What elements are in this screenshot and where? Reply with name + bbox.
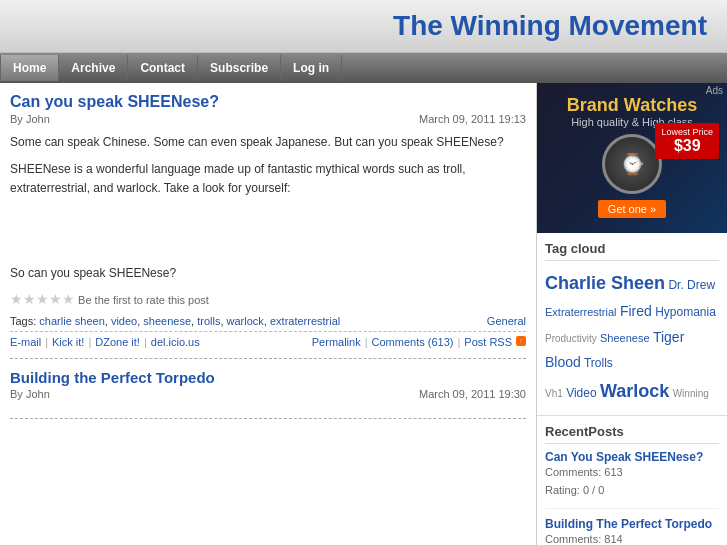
permalink-link[interactable]: Permalink [312,336,361,348]
article-2-author: By John [10,388,50,400]
tags-area: Tags: charlie sheen, video, sheenese, tr… [10,315,526,327]
ad-label: Ads [706,85,723,96]
article-2-date: March 09, 2011 19:30 [419,388,526,400]
tag-video-cloud[interactable]: Video [566,386,596,400]
article-1-para1: Some can speak Chinese. Some can even sp… [10,133,526,152]
article-links: E-mail | Kick it! | DZone it! | del.icio… [10,331,526,348]
tag-extraterrestrial-cloud[interactable]: Extraterrestrial [545,306,617,318]
tag-cloud-section: Tag cloud Charlie Sheen Dr. Drew Extrate… [537,233,727,416]
recent-post-2-comments: Comments: 814 [545,531,719,545]
article-2-title[interactable]: Building the Perfect Torpedo [10,369,526,386]
recent-post-1-rating: Rating: 0 / 0 [545,482,719,500]
article-1-date: March 09, 2011 19:13 [419,113,526,125]
nav-home[interactable]: Home [0,55,59,81]
nav-login[interactable]: Log in [281,55,342,81]
tag-cloud: Charlie Sheen Dr. Drew Extraterrestrial … [545,267,719,407]
rss-icon: r [516,336,526,346]
lowest-price-label: Lowest Price [661,127,713,137]
recent-post-2: Building The Perfect Torpedo Comments: 8… [545,517,719,545]
tag-video[interactable]: video [111,315,137,327]
ad-banner[interactable]: Ads Brand Watches High quality & High cl… [537,83,727,233]
star-icons[interactable]: ★★★★★ [10,291,75,307]
article-1-title[interactable]: Can you speak SHEENese? [10,93,526,111]
article-1-para3: So can you speak SHEENese? [10,264,526,283]
watch-image: ⌚ [602,134,662,194]
rating-area: ★★★★★ Be the first to rate this post [10,291,526,307]
recent-post-1: Can You Speak SHEENese? Comments: 613 Ra… [545,450,719,508]
tag-vh1-cloud[interactable]: Vh1 [545,388,563,399]
article-1-meta: By John March 09, 2011 19:13 [10,113,526,125]
tag-trolls-cloud[interactable]: Trolls [584,356,613,370]
tag-hypomania-cloud[interactable]: Hypomania [655,305,716,319]
sidebar: Ads Brand Watches High quality & High cl… [537,83,727,545]
site-header: The Winning Movement [0,0,727,53]
recent-post-2-title[interactable]: Building The Perfect Torpedo [545,517,719,531]
category-label[interactable]: General [487,315,526,327]
tag-warlock-cloud[interactable]: Warlock [600,381,669,401]
tag-sheenese[interactable]: sheenese [143,315,191,327]
recent-posts-section: RecentPosts Can You Speak SHEENese? Comm… [537,416,727,545]
tag-warlock[interactable]: warlock [227,315,264,327]
tag-productivity-cloud[interactable]: Productivity [545,333,597,344]
rating-text: Be the first to rate this post [78,294,209,306]
article-2-meta: By John March 09, 2011 19:30 [10,388,526,400]
tag-charlie-sheen-cloud[interactable]: Charlie Sheen [545,273,665,293]
main-layout: Can you speak SHEENese? By John March 09… [0,83,727,545]
recent-posts-title: RecentPosts [545,424,719,444]
tag-winning-cloud[interactable]: Winning [673,388,709,399]
nav-archive[interactable]: Archive [59,55,128,81]
price-badge: Lowest Price $39 [655,123,719,159]
tag-sheenese-cloud[interactable]: Sheenese [600,332,650,344]
article-1-para2: SHEENese is a wonderful language made up… [10,160,526,198]
tag-trolls[interactable]: trolls [197,315,220,327]
tag-dr-drew-cloud[interactable]: Dr. Drew [668,278,715,292]
tag-extraterrestrial[interactable]: extraterrestrial [270,315,340,327]
recent-post-1-comments: Comments: 613 [545,464,719,482]
kick-link[interactable]: Kick it! [52,336,84,348]
nav-subscribe[interactable]: Subscribe [198,55,281,81]
email-link[interactable]: E-mail [10,336,41,348]
article-1: Can you speak SHEENese? By John March 09… [10,93,526,359]
site-title: The Winning Movement [0,10,707,42]
ad-cta[interactable]: Get one » [598,200,666,218]
article-1-author: By John [10,113,50,125]
nav-bar: Home Archive Contact Subscribe Log in [0,53,727,83]
article-2: Building the Perfect Torpedo By John Mar… [10,369,526,419]
ad-price: $39 [661,137,713,155]
comments-link[interactable]: Comments (613) [372,336,454,348]
content-area: Can you speak SHEENese? By John March 09… [0,83,537,545]
tag-charlie-sheen[interactable]: charlie sheen [39,315,104,327]
tags-label: Tags: charlie sheen, video, sheenese, tr… [10,315,340,327]
ad-title: Brand Watches [545,95,719,116]
rss-link[interactable]: Post RSS [464,336,512,348]
recent-post-1-title[interactable]: Can You Speak SHEENese? [545,450,719,464]
dzone-link[interactable]: DZone it! [95,336,140,348]
nav-contact[interactable]: Contact [128,55,198,81]
article-1-body: Some can speak Chinese. Some can even sp… [10,133,526,283]
tag-cloud-title: Tag cloud [545,241,719,261]
tag-fired-cloud[interactable]: Fired [620,303,652,319]
delicious-link[interactable]: del.icio.us [151,336,200,348]
